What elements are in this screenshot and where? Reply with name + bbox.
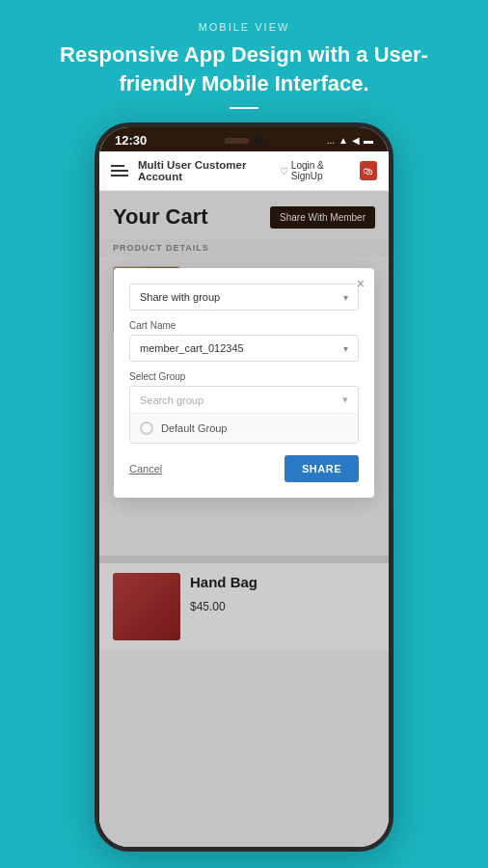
cart-name-value: member_cart_012345 — [140, 342, 244, 354]
cart-icon-nav[interactable]: 🛍 — [360, 161, 377, 180]
search-group-input-row[interactable]: Search group ▾ — [130, 387, 358, 414]
signal-icon: ◀ — [352, 135, 360, 146]
radio-button-default-group[interactable] — [140, 421, 153, 435]
status-bar: 12:30 ... ▲ ◀ ▬ — [99, 127, 389, 151]
signal-dots-icon: ... — [327, 135, 335, 146]
page-label: MOBILE VIEW — [199, 21, 290, 33]
phone-content: Your Cart Share With Member PRODUCT DETA… — [99, 191, 389, 847]
chevron-down-cart-icon: ▾ — [343, 343, 348, 354]
share-option-field: Share with group ▾ — [129, 284, 359, 311]
share-modal: × Share with group ▾ Cart Name member_ca… — [114, 268, 374, 498]
notch-camera — [255, 136, 264, 146]
wifi-icon: ▲ — [339, 135, 348, 146]
modal-close-button[interactable]: × — [357, 276, 365, 291]
nav-left: Multi User Customer Account — [111, 159, 280, 182]
battery-icon: ▬ — [364, 135, 373, 146]
group-search-container: Search group ▾ Default Group — [129, 386, 359, 444]
nav-bar: Multi User Customer Account ♡ Login & Si… — [99, 151, 389, 191]
share-option-label: Share with group — [140, 291, 220, 303]
nav-title: Multi User Customer Account — [138, 159, 280, 182]
notch-area — [225, 136, 264, 146]
cancel-button[interactable]: Cancel — [129, 463, 162, 475]
hamburger-menu-icon[interactable] — [111, 165, 128, 176]
phone-shell: 12:30 ... ▲ ◀ ▬ Multi User Customer Acco… — [95, 122, 393, 852]
select-group-field: Select Group Search group ▾ Default Grou… — [129, 371, 359, 444]
heart-icon: ♡ — [280, 166, 288, 176]
nav-login[interactable]: ♡ Login & SignUp — [280, 160, 352, 181]
modal-overlay: × Share with group ▾ Cart Name member_ca… — [99, 191, 389, 847]
notch-dots — [225, 138, 250, 144]
status-time: 12:30 — [115, 133, 147, 148]
share-option-select[interactable]: Share with group ▾ — [129, 284, 359, 311]
login-label: Login & SignUp — [291, 160, 352, 181]
status-icons: ... ▲ ◀ ▬ — [327, 135, 373, 146]
modal-footer: Cancel SHARE — [129, 455, 359, 482]
chevron-down-icon: ▾ — [343, 292, 348, 303]
share-action-button[interactable]: SHARE — [285, 455, 359, 482]
default-group-option[interactable]: Default Group — [130, 414, 358, 443]
search-group-placeholder: Search group — [140, 394, 203, 406]
select-group-label: Select Group — [129, 371, 359, 382]
shopping-bag-icon: 🛍 — [364, 166, 373, 176]
page-headline: Responsive App Design with a User-friend… — [0, 41, 488, 97]
cart-name-select[interactable]: member_cart_012345 ▾ — [129, 335, 359, 362]
cart-name-label: Cart Name — [129, 320, 359, 331]
nav-right: ♡ Login & SignUp 🛍 — [280, 160, 377, 181]
divider-line — [230, 107, 258, 109]
chevron-down-group-icon: ▾ — [342, 393, 348, 406]
cart-name-field: Cart Name member_cart_012345 ▾ — [129, 320, 359, 362]
default-group-label: Default Group — [161, 422, 227, 434]
